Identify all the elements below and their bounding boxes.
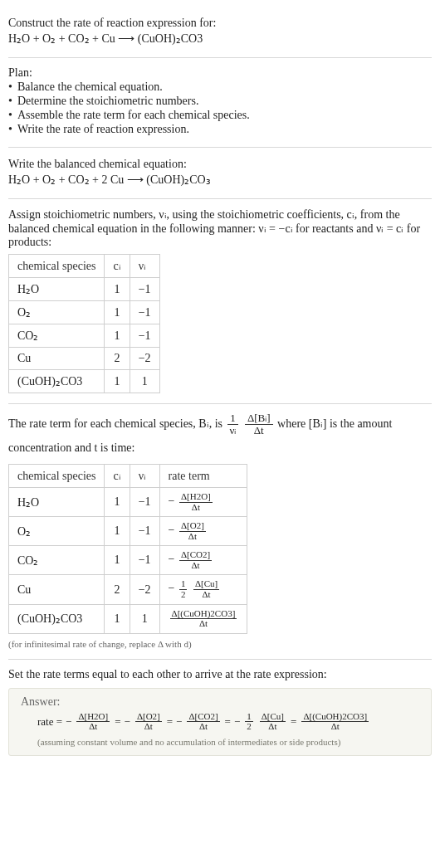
final-section: Set the rate terms equal to each other t…	[8, 660, 432, 766]
answer-label: Answer:	[21, 695, 423, 709]
rate-expression: rate = − Δ[H2O] Δt = − Δ[O2] Δt = − Δ[CO…	[21, 712, 423, 732]
cell-vi: −2	[130, 348, 159, 370]
cell-vi: −1	[130, 324, 159, 348]
cell-ci: 1	[105, 324, 130, 348]
cell-species: (CuOH)₂CO3	[9, 604, 105, 633]
frac-den: Δt	[301, 722, 369, 732]
balanced-section: Write the balanced chemical equation: H₂…	[8, 148, 432, 199]
frac-num: 1	[227, 412, 239, 425]
final-intro: Set the rate terms equal to each other t…	[8, 668, 432, 681]
cell-vi: −1	[130, 546, 159, 575]
rate-frac: Δ[H2O] Δt	[179, 492, 213, 512]
cell-vi: 1	[130, 604, 159, 633]
frac-den: Δt	[193, 590, 219, 600]
table-row: H₂O 1 −1 − Δ[H2O] Δt	[9, 488, 247, 517]
cell-rate-term: − 1 2 Δ[Cu] Δt	[159, 575, 247, 604]
plan-item-text: Balance the chemical equation.	[17, 80, 163, 94]
cell-ci: 1	[105, 301, 130, 324]
construct-title: Construct the rate of reaction expressio…	[8, 17, 432, 30]
frac-den: 2	[179, 590, 188, 600]
cell-species: Cu	[9, 348, 105, 370]
neg-sign: −	[169, 583, 175, 595]
balanced-equation: H₂O + O₂ + CO₂ + 2 Cu ⟶ (CuOH)₂CO₃	[8, 173, 432, 187]
cell-rate-term: − Δ[O2] Δt	[159, 517, 247, 546]
cell-species: O₂	[9, 301, 105, 324]
rate-frac: Δ[Cu] Δt	[193, 579, 219, 599]
plan-item-text: Write the rate of reaction expression.	[17, 123, 189, 136]
table-row: Cu 2 −2 − 1 2 Δ[Cu] Δt	[9, 575, 247, 604]
table-row: (CuOH)₂CO3 1 1 Δ[(CuOH)2CO3] Δt	[9, 604, 247, 633]
neg-sign: −	[234, 715, 240, 729]
cell-ci: 2	[105, 348, 130, 370]
cell-rate-term: − Δ[H2O] Δt	[159, 488, 247, 517]
stoich-section: Assign stoichiometric numbers, νᵢ, using…	[8, 199, 432, 404]
neg-sign: −	[169, 553, 175, 566]
cell-vi: −2	[130, 575, 159, 604]
col-vi: νᵢ	[130, 255, 159, 278]
col-ci: cᵢ	[105, 255, 130, 278]
neg-sign: −	[125, 715, 130, 729]
frac-den: Δt	[179, 561, 212, 571]
stoich-intro-text: Assign stoichiometric numbers, νᵢ, using…	[8, 207, 432, 249]
col-vi: νᵢ	[130, 465, 159, 488]
equals-sign: =	[225, 715, 231, 729]
delta-b-frac: Δ[Bᵢ] Δt	[245, 412, 273, 437]
table-row: O₂ 1 −1	[9, 301, 160, 324]
neg-sign: −	[176, 715, 182, 729]
cell-ci: 1	[105, 517, 130, 546]
rate-table: chemical species cᵢ νᵢ rate term H₂O 1 −…	[8, 464, 247, 633]
plan-label: Plan:	[8, 66, 432, 80]
cell-species: O₂	[9, 517, 105, 546]
balanced-label: Write the balanced chemical equation:	[8, 158, 432, 171]
cell-vi: −1	[130, 488, 159, 517]
answer-box: Answer: rate = − Δ[H2O] Δt = − Δ[O2] Δt …	[8, 688, 432, 756]
cell-vi: −1	[130, 278, 159, 301]
plan-item: Assemble the rate term for each chemical…	[8, 109, 432, 122]
table-row: (CuOH)₂CO3 1 1	[9, 370, 160, 393]
cell-species: H₂O	[9, 488, 105, 517]
table-row: Cu 2 −2	[9, 348, 160, 370]
rate-frac: Δ[(CuOH)2CO3] Δt	[170, 609, 237, 629]
cell-species: (CuOH)₂CO3	[9, 370, 105, 393]
plan-item: Write the rate of reaction expression.	[8, 123, 432, 136]
plan-item-text: Determine the stoichiometric numbers.	[17, 95, 199, 108]
cell-rate-term: Δ[(CuOH)2CO3] Δt	[159, 604, 247, 633]
plan-section: Plan: Balance the chemical equation. Det…	[8, 58, 432, 148]
half-frac: 1 2	[179, 579, 188, 599]
cell-rate-term: − Δ[CO2] Δt	[159, 546, 247, 575]
plan-item: Determine the stoichiometric numbers.	[8, 95, 432, 108]
frac-num: Δ[Bᵢ]	[245, 412, 273, 425]
equals-sign: =	[115, 715, 120, 729]
rate-lead: rate =	[37, 715, 62, 729]
plan-item-text: Assemble the rate term for each chemical…	[17, 109, 250, 122]
cell-vi: −1	[130, 517, 159, 546]
col-species: chemical species	[9, 465, 105, 488]
unbalanced-equation: H₂O + O₂ + CO₂ + Cu ⟶ (CuOH)₂CO3	[8, 32, 432, 46]
table-row: CO₂ 1 −1 − Δ[CO2] Δt	[9, 546, 247, 575]
answer-assumption: (assuming constant volume and no accumul…	[21, 737, 423, 747]
frac-den: Δt	[187, 722, 219, 732]
cell-ci: 1	[105, 488, 130, 517]
table-header-row: chemical species cᵢ νᵢ	[9, 255, 160, 278]
cell-species: CO₂	[9, 324, 105, 348]
cell-ci: 2	[105, 575, 130, 604]
rate-frac: Δ[O2] Δt	[179, 521, 206, 541]
table-header-row: chemical species cᵢ νᵢ rate term	[9, 465, 247, 488]
rate-frac: Δ[O2] Δt	[135, 712, 162, 732]
header-section: Construct the rate of reaction expressio…	[8, 7, 432, 58]
rate-frac: Δ[CO2] Δt	[187, 712, 219, 732]
frac-num: Δ[H2O]	[179, 492, 213, 503]
frac-den: 2	[245, 722, 253, 732]
neg-sign: −	[66, 715, 71, 729]
neg-sign: −	[169, 524, 175, 537]
cell-species: Cu	[9, 575, 105, 604]
cell-ci: 1	[105, 370, 130, 393]
plan-item: Balance the chemical equation.	[8, 80, 432, 94]
rate-frac: Δ[(CuOH)2CO3] Δt	[301, 712, 369, 732]
frac-den: Δt	[260, 722, 286, 732]
rate-section: The rate term for each chemical species,…	[8, 404, 432, 660]
cell-ci: 1	[105, 278, 130, 301]
one-over-nu-frac: 1 νᵢ	[227, 412, 239, 437]
stoich-table: chemical species cᵢ νᵢ H₂O 1 −1 O₂ 1 −1 …	[8, 254, 160, 393]
frac-den: Δt	[179, 503, 213, 513]
